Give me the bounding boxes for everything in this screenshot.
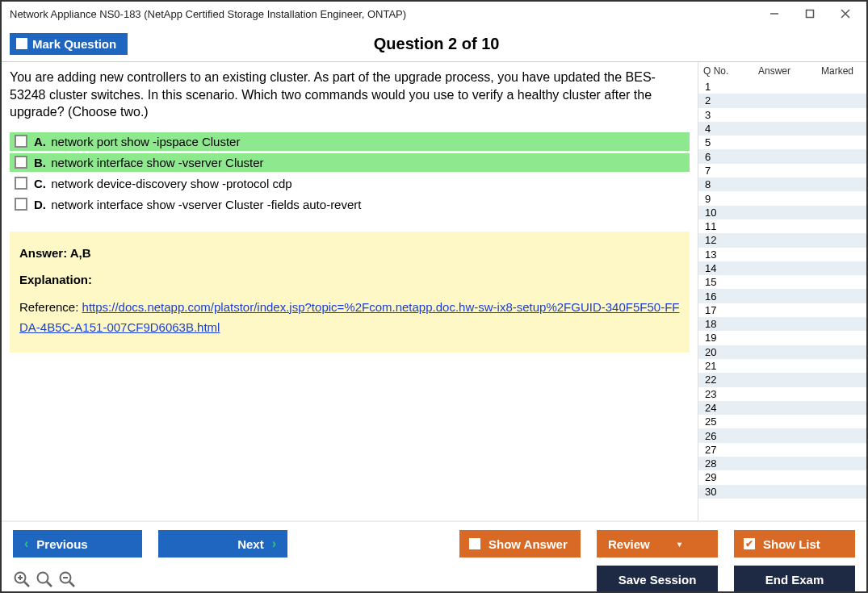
header-answer: Answer: [736, 65, 813, 77]
header-marked: Marked: [813, 65, 862, 77]
question-list-row[interactable]: 8: [698, 177, 866, 191]
topbar: Mark Question Question 2 of 10: [2, 26, 866, 61]
svg-rect-1: [807, 10, 814, 18]
question-list-row[interactable]: 5: [698, 136, 866, 149]
checked-icon: ✔: [744, 538, 755, 549]
checkbox-icon[interactable]: [15, 177, 27, 190]
question-list-row[interactable]: 26: [698, 428, 866, 442]
previous-button[interactable]: ‹ Previous: [13, 530, 142, 558]
option-row[interactable]: A. network port show -ipspace Cluster: [10, 132, 690, 151]
reference-link[interactable]: https://docs.netapp.com/platstor/index.j…: [19, 300, 679, 335]
next-label: Next: [237, 537, 264, 551]
question-list-row[interactable]: 24: [698, 401, 866, 415]
option-text: B. network interface show -vserver Clust…: [34, 156, 264, 169]
zoom-in-icon[interactable]: [13, 570, 31, 588]
question-list-row[interactable]: 15: [698, 275, 866, 289]
titlebar: Network Appliance NS0-183 (NetApp Certif…: [2, 2, 866, 26]
question-list-header: Q No. Answer Marked: [698, 62, 866, 80]
checkbox-icon[interactable]: [15, 156, 27, 169]
question-list-row[interactable]: 11: [698, 219, 866, 233]
question-list-row[interactable]: 2: [698, 94, 866, 107]
explanation-label: Explanation:: [19, 269, 680, 290]
answer-panel: Answer: A,B Explanation: Reference: http…: [10, 232, 690, 353]
question-list-row[interactable]: 21: [698, 359, 866, 373]
question-list-row[interactable]: 13: [698, 248, 866, 261]
question-list-row[interactable]: 7: [698, 164, 866, 177]
question-list-row[interactable]: 1: [698, 80, 866, 94]
question-list-row[interactable]: 6: [698, 149, 866, 163]
question-list-row[interactable]: 9: [698, 191, 866, 205]
option-row[interactable]: D. network interface show -vserver Clust…: [10, 195, 690, 214]
question-list-row[interactable]: 10: [698, 206, 866, 219]
chevron-left-icon: ‹: [24, 537, 28, 551]
close-button[interactable]: [828, 2, 863, 25]
show-answer-label: Show Answer: [489, 537, 568, 551]
option-text: D. network interface show -vserver Clust…: [34, 198, 361, 211]
answer-label: Answer: A,B: [19, 243, 680, 264]
next-button[interactable]: Next ›: [158, 530, 287, 558]
previous-label: Previous: [36, 537, 87, 551]
show-list-button[interactable]: ✔ Show List: [734, 530, 855, 558]
question-list-row[interactable]: 18: [698, 317, 866, 331]
zoom-out-icon[interactable]: [58, 570, 76, 588]
main-body: You are adding new controllers to an exi…: [2, 61, 866, 520]
reference-label: Reference:: [19, 300, 82, 314]
caret-down-icon: ▾: [677, 540, 681, 549]
checkbox-icon[interactable]: [15, 198, 27, 211]
mark-question-label: Mark Question: [32, 37, 116, 51]
button-row-1: ‹ Previous Next › Show Answer Review ▾ ✔…: [13, 530, 855, 558]
button-row-2: Save Session End Exam: [13, 566, 855, 593]
svg-line-5: [24, 582, 29, 587]
question-list-row[interactable]: 12: [698, 233, 866, 247]
question-list-row[interactable]: 19: [698, 331, 866, 345]
minimize-button[interactable]: [757, 2, 792, 25]
question-list-row[interactable]: 25: [698, 415, 866, 428]
question-list-row[interactable]: 30: [698, 485, 866, 499]
maximize-button[interactable]: [792, 2, 828, 25]
option-text: C. network device-discovery show -protoc…: [34, 177, 292, 190]
question-list-row[interactable]: 27: [698, 443, 866, 457]
options-list: A. network port show -ipspace ClusterB. …: [10, 132, 690, 214]
question-list-row[interactable]: 28: [698, 457, 866, 470]
review-button[interactable]: Review ▾: [597, 530, 718, 558]
question-list-row[interactable]: 29: [698, 470, 866, 484]
review-label: Review: [608, 537, 650, 551]
question-list-row[interactable]: 4: [698, 122, 866, 136]
svg-line-11: [69, 582, 74, 587]
question-list-row[interactable]: 3: [698, 108, 866, 122]
option-row[interactable]: B. network interface show -vserver Clust…: [10, 153, 690, 172]
show-answer-button[interactable]: Show Answer: [459, 530, 581, 558]
save-session-button[interactable]: Save Session: [597, 566, 718, 593]
question-list-row[interactable]: 14: [698, 261, 866, 275]
window-title: Network Appliance NS0-183 (NetApp Certif…: [10, 8, 757, 20]
question-list[interactable]: 1234567891011121314151617181920212223242…: [698, 80, 866, 520]
question-list-pane: Q No. Answer Marked 12345678910111213141…: [698, 62, 866, 520]
bottom-bar: ‹ Previous Next › Show Answer Review ▾ ✔…: [2, 520, 866, 591]
question-text: You are adding new controllers to an exi…: [10, 69, 690, 121]
question-counter: Question 2 of 10: [128, 35, 745, 53]
checkbox-icon: [16, 38, 27, 49]
end-exam-label: End Exam: [765, 573, 824, 587]
mark-question-button[interactable]: Mark Question: [10, 33, 128, 55]
window-controls: [757, 2, 863, 25]
option-text: A. network port show -ipspace Cluster: [34, 135, 240, 148]
option-row[interactable]: C. network device-discovery show -protoc…: [10, 174, 690, 193]
checkbox-icon: [469, 538, 480, 549]
question-list-row[interactable]: 20: [698, 345, 866, 359]
reference-line: Reference: https://docs.netapp.com/plats…: [19, 297, 680, 338]
app-window: Network Appliance NS0-183 (NetApp Certif…: [0, 0, 868, 593]
question-list-row[interactable]: 22: [698, 373, 866, 386]
end-exam-button[interactable]: End Exam: [734, 566, 855, 593]
question-list-row[interactable]: 17: [698, 303, 866, 317]
svg-point-8: [38, 573, 48, 583]
show-list-label: Show List: [763, 537, 820, 551]
checkbox-icon[interactable]: [15, 135, 27, 148]
question-list-row[interactable]: 23: [698, 387, 866, 401]
zoom-icon[interactable]: [36, 570, 53, 588]
svg-line-9: [47, 582, 52, 587]
question-pane: You are adding new controllers to an exi…: [2, 62, 698, 520]
chevron-right-icon: ›: [272, 537, 276, 551]
question-list-row[interactable]: 16: [698, 289, 866, 303]
zoom-controls: [13, 570, 76, 588]
save-session-label: Save Session: [619, 573, 697, 587]
